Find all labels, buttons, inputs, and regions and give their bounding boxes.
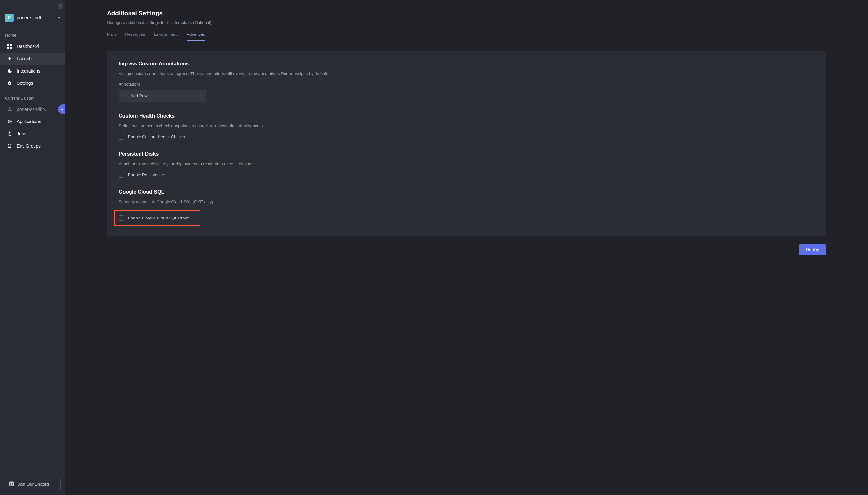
sidebar-collapse-button[interactable]: « <box>58 3 64 9</box>
sidebar-item-label: Env Groups <box>17 143 40 149</box>
ingress-desc: Assign custom annotations to Ingress. Th… <box>119 71 815 76</box>
health-checkbox-label: Enable Custom Health Checks <box>128 134 185 139</box>
discord-icon <box>9 481 15 487</box>
env-groups-icon <box>7 143 12 149</box>
plus-icon: ＋ <box>123 93 127 99</box>
cluster-selector[interactable]: porter-sandbo... ▶ <box>0 103 65 115</box>
ingress-title: Ingress Custom Annotations <box>119 61 815 67</box>
sidebar-item-jobs[interactable]: Jobs <box>0 127 65 140</box>
svg-point-10 <box>10 144 12 146</box>
sidebar-item-label: Applications <box>17 119 41 124</box>
persist-desc: Attach persistent disks to your deployme… <box>119 161 815 166</box>
rocket-icon <box>7 56 12 61</box>
sidebar-item-label: Settings <box>17 81 33 86</box>
persist-title: Persistent Disks <box>119 151 815 157</box>
cluster-icon <box>7 107 12 112</box>
discord-label: Join Our Discord <box>18 482 49 487</box>
svg-point-4 <box>9 107 10 108</box>
workspace-avatar: P <box>5 14 14 22</box>
health-section: Custom Health Checks Define custom healt… <box>119 113 815 139</box>
health-checkbox-row[interactable]: Enable Custom Health Checks <box>119 134 815 139</box>
page-subtitle: Configure additional settings for this t… <box>107 20 826 25</box>
gcsql-checkbox[interactable] <box>119 215 124 221</box>
sidebar-item-label: Launch <box>17 56 32 61</box>
persist-checkbox-label: Enable Persistence <box>128 172 164 177</box>
gcsql-title: Google Cloud SQL <box>119 189 815 195</box>
persist-checkbox[interactable] <box>119 172 124 177</box>
gcsql-checkbox-row[interactable]: Enable Google Cloud SQL Proxy <box>114 210 201 226</box>
deploy-button[interactable]: Deploy <box>799 244 826 255</box>
tabs: Main Resources Environment Advanced <box>107 32 826 41</box>
svg-rect-0 <box>7 44 9 46</box>
sidebar-item-launch[interactable]: Launch <box>0 53 65 65</box>
discord-button[interactable]: Join Our Discord <box>4 478 60 491</box>
ingress-section: Ingress Custom Annotations Assign custom… <box>119 61 815 102</box>
page-title: Additional Settings <box>107 10 826 17</box>
workspace-selector[interactable]: P porter-sandb... ▾ <box>0 0 65 27</box>
health-title: Custom Health Checks <box>119 113 815 119</box>
svg-rect-3 <box>10 47 12 49</box>
main-content: Additional Settings Configure additional… <box>65 0 868 495</box>
applications-icon <box>7 119 12 124</box>
add-row-button[interactable]: ＋ Add Row <box>119 90 206 102</box>
workspace-name: porter-sandb... <box>17 15 55 20</box>
sidebar-item-applications[interactable]: Applications <box>0 115 65 127</box>
deploy-row: Deploy <box>107 244 826 255</box>
sidebar-item-label: Jobs <box>17 131 27 136</box>
svg-point-9 <box>8 144 9 146</box>
gear-icon <box>7 81 12 86</box>
svg-rect-2 <box>7 47 9 49</box>
tab-advanced[interactable]: Advanced <box>187 32 205 40</box>
svg-point-8 <box>8 133 11 136</box>
sidebar-item-label: Dashboard <box>17 44 39 49</box>
settings-card: Ingress Custom Annotations Assign custom… <box>107 51 826 236</box>
tab-main[interactable]: Main <box>107 32 116 40</box>
dashboard-icon <box>7 44 12 49</box>
add-row-label: Add Row <box>131 93 147 98</box>
health-checkbox[interactable] <box>119 134 124 139</box>
svg-rect-11 <box>8 147 12 148</box>
gcsql-section: Google Cloud SQL Securely connect to Goo… <box>119 189 815 226</box>
sidebar-section-home: Home <box>0 27 65 40</box>
cluster-expand-button[interactable]: ▶ <box>58 104 65 114</box>
sidebar-item-dashboard[interactable]: Dashboard <box>0 40 65 53</box>
svg-point-5 <box>8 110 9 111</box>
tab-resources[interactable]: Resources <box>125 32 145 40</box>
persist-checkbox-row[interactable]: Enable Persistence <box>119 172 815 177</box>
sidebar-item-env-groups[interactable]: Env Groups <box>0 140 65 152</box>
persist-section: Persistent Disks Attach persistent disks… <box>119 151 815 177</box>
stopwatch-icon <box>7 131 12 136</box>
sidebar-item-integrations[interactable]: Integrations <box>0 65 65 77</box>
tab-environment[interactable]: Environment <box>154 32 177 40</box>
sidebar-section-cluster: Current Cluster <box>0 89 65 103</box>
sidebar: « P porter-sandb... ▾ Home Dashboard Lau… <box>0 0 65 495</box>
sidebar-item-label: Integrations <box>17 68 40 73</box>
svg-point-6 <box>10 110 12 111</box>
sidebar-item-settings[interactable]: Settings <box>0 77 65 89</box>
svg-rect-1 <box>10 44 12 46</box>
chevron-down-icon: ▾ <box>58 16 60 20</box>
gcsql-checkbox-label: Enable Google Cloud SQL Proxy <box>128 216 189 220</box>
integrations-icon <box>7 68 12 73</box>
gcsql-desc: Securely connect to Google Cloud SQL (GK… <box>119 200 815 204</box>
annotations-label: Annotations <box>119 82 815 87</box>
health-desc: Define custom health check endpoints to … <box>119 123 815 128</box>
